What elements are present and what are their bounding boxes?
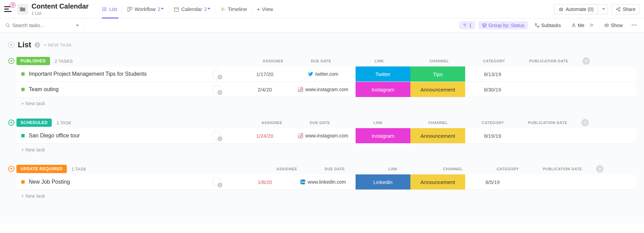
assignee-add-icon[interactable] <box>212 177 221 186</box>
publication-date-cell[interactable]: 8/13/19 <box>465 71 520 77</box>
status-dot[interactable] <box>21 72 25 76</box>
task-name-cell[interactable]: San Diego office tour <box>16 133 195 139</box>
chevron-down-icon[interactable] <box>76 25 79 26</box>
task-name-cell[interactable]: Important Project Management Tips for St… <box>16 71 195 77</box>
svg-point-15 <box>561 9 562 10</box>
category-tag[interactable]: Announcement <box>410 128 465 143</box>
assignee-add-icon[interactable] <box>212 131 221 140</box>
group-collapse-toggle[interactable] <box>8 58 14 64</box>
category-tag[interactable]: Announcement <box>410 82 465 97</box>
filter-count-button[interactable]: 1 <box>459 21 475 29</box>
new-task-row[interactable]: + New task <box>8 97 636 108</box>
group-collapse-toggle[interactable] <box>8 166 14 172</box>
status-dot[interactable] <box>21 134 25 137</box>
tab-timeline[interactable]: Timeline <box>215 0 252 18</box>
link-cell[interactable]: www.instagram.com <box>290 87 356 92</box>
add-column-button[interactable]: + <box>581 119 589 126</box>
eye-icon <box>604 23 609 28</box>
automate-dropdown[interactable] <box>598 4 608 14</box>
group-published: PUBLISHED 2 TASKS ASSIGNEE DUE DATE LINK… <box>8 56 636 108</box>
status-dot[interactable] <box>21 88 25 91</box>
more-button[interactable] <box>630 21 639 30</box>
tab-calendar[interactable]: Calendar 2 <box>169 0 215 18</box>
assignee-cell[interactable] <box>195 85 239 94</box>
col-pub-date: PUBLICATION DATE <box>535 167 590 171</box>
task-name-cell[interactable]: New Job Posting <box>16 179 195 185</box>
new-task-top[interactable]: + NEW TASK <box>44 42 72 48</box>
filter-icon <box>462 23 467 28</box>
automate-label: Automate (0) <box>566 7 594 12</box>
due-date-cell[interactable]: 1/8/20 <box>239 179 290 185</box>
timeline-icon <box>220 7 226 12</box>
group-label[interactable]: SCHEDULED <box>16 119 52 127</box>
task-row[interactable]: Team outing 2/4/20 www.instagram.com Ins… <box>16 82 636 97</box>
category-tag[interactable]: Announcement <box>410 174 465 189</box>
share-button[interactable]: Share <box>611 4 640 14</box>
tab-calendar-count[interactable]: 2 <box>204 7 210 12</box>
show-button[interactable]: Show <box>601 21 626 29</box>
assignee-cell[interactable] <box>195 70 239 78</box>
group-count: 2 TASKS <box>55 59 73 64</box>
tab-workflow[interactable]: Workflow 2 <box>122 0 169 18</box>
group-collapse-toggle[interactable] <box>8 120 14 126</box>
info-icon[interactable]: i <box>35 42 40 48</box>
svg-point-22 <box>6 24 9 26</box>
chevron-down-icon <box>208 8 210 11</box>
search-wrap[interactable] <box>5 23 79 28</box>
assignee-cell[interactable] <box>195 131 239 140</box>
link-cell[interactable]: www.linkedin.com <box>290 179 356 185</box>
add-view-label: View <box>262 6 273 12</box>
new-task-row[interactable]: + New task <box>8 190 636 200</box>
groupby-button[interactable]: Group by: Status <box>479 21 528 29</box>
due-date-cell[interactable]: 1/17/20 <box>239 71 290 77</box>
task-row[interactable]: New Job Posting 1/8/20 www.linkedin.com … <box>16 174 636 190</box>
add-column-button[interactable]: + <box>596 165 604 173</box>
tab-list[interactable]: List <box>97 0 122 18</box>
group-label[interactable]: UPDATE REQUIRED <box>16 165 67 173</box>
col-category: CATEGORY <box>480 167 535 171</box>
due-date-cell[interactable]: 2/4/20 <box>239 87 290 93</box>
subtasks-icon <box>535 23 540 28</box>
add-column-button[interactable]: + <box>582 57 590 65</box>
col-channel: CHANNEL <box>412 59 467 63</box>
more-icon <box>631 22 637 28</box>
due-date-cell[interactable]: 1/24/20 <box>239 133 290 139</box>
link-cell[interactable]: twitter.com <box>290 71 356 77</box>
channel-tag[interactable]: Linkedin <box>356 174 410 189</box>
svg-point-4 <box>102 9 103 9</box>
link-text: www.linkedin.com <box>308 179 346 185</box>
category-tag[interactable]: Tips <box>410 66 465 82</box>
group-label[interactable]: PUBLISHED <box>16 57 50 65</box>
svg-point-35 <box>634 24 635 25</box>
link-cell[interactable]: www.instagram.com <box>290 133 356 138</box>
instagram-icon <box>298 87 303 92</box>
svg-point-31 <box>590 24 592 25</box>
list-collapse-toggle[interactable] <box>8 42 14 48</box>
tab-workflow-count[interactable]: 2 <box>158 7 164 12</box>
publication-date-cell[interactable]: 8/30/19 <box>465 87 520 93</box>
task-row[interactable]: Important Project Management Tips for St… <box>16 66 636 82</box>
add-view-button[interactable]: + View <box>252 6 278 12</box>
assignee-add-icon[interactable] <box>212 70 221 78</box>
svg-point-32 <box>592 24 593 25</box>
automate-button[interactable]: Automate (0) <box>554 4 598 14</box>
task-name-cell[interactable]: Team outing <box>16 86 195 93</box>
channel-tag[interactable]: Twitter <box>356 66 410 82</box>
publication-date-cell[interactable]: 8/19/19 <box>465 133 520 139</box>
publication-date-cell[interactable]: 8/5/19 <box>465 179 520 185</box>
layers-icon <box>482 23 487 28</box>
task-row[interactable]: San Diego office tour 1/24/20 www.instag… <box>16 128 636 144</box>
col-due-date: DUE DATE <box>295 59 347 63</box>
list-icon <box>102 7 107 12</box>
channel-tag[interactable]: Instagram <box>356 82 410 97</box>
me-button[interactable]: Me · <box>568 21 597 29</box>
menu-button[interactable]: 3 <box>4 4 14 14</box>
search-input[interactable] <box>12 23 71 28</box>
new-task-row[interactable]: + New task <box>8 144 636 154</box>
status-dot[interactable] <box>21 180 25 184</box>
subtasks-button[interactable]: Subtasks <box>531 21 565 29</box>
assignee-add-icon[interactable] <box>212 85 221 94</box>
filter-bar: 1 Group by: Status Subtasks Me · Show <box>0 19 644 33</box>
channel-tag[interactable]: Instagram <box>356 128 410 143</box>
assignee-cell[interactable] <box>195 177 239 186</box>
